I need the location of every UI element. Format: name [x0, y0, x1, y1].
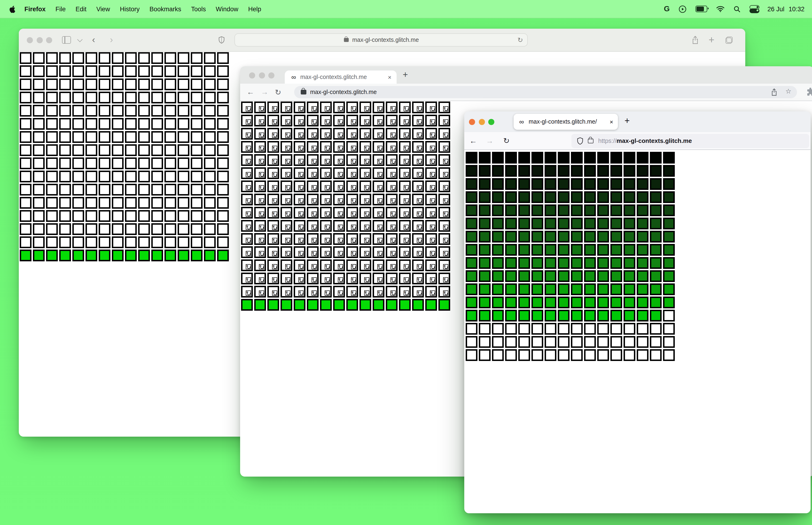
menu-item-view[interactable]: View	[96, 5, 110, 13]
grid-cell	[86, 223, 97, 235]
menu-item-history[interactable]: History	[120, 5, 140, 13]
apple-menu-icon[interactable]	[10, 5, 16, 13]
minimize-button[interactable]	[259, 72, 265, 78]
back-icon[interactable]: ←	[247, 84, 254, 101]
share-icon[interactable]	[771, 88, 777, 96]
google-status-icon[interactable]: G	[664, 5, 670, 13]
menu-item-edit[interactable]: Edit	[76, 5, 87, 13]
close-button[interactable]	[469, 119, 475, 125]
extensions-puzzle-icon[interactable]	[806, 87, 812, 97]
grid-cell	[637, 283, 648, 295]
new-tab-icon[interactable]: +	[709, 29, 715, 51]
tab-close-icon[interactable]: ×	[610, 118, 613, 125]
grid-cell	[20, 131, 31, 143]
new-tab-button[interactable]: +	[403, 70, 408, 80]
chrome-address-bar[interactable]: max-gl-contexts.glitch.me ☆	[294, 86, 797, 98]
grid-cell: ×	[307, 273, 319, 284]
back-icon[interactable]: ←	[470, 132, 477, 149]
safari-address-bar[interactable]: max-gl-contexts.glitch.me ↻	[234, 33, 528, 46]
shield-icon[interactable]	[577, 137, 583, 145]
broken-image-icon: ×	[311, 198, 317, 204]
broken-image-icon: ×	[377, 251, 383, 256]
reload-icon[interactable]: ↻	[518, 36, 523, 44]
grid-cell	[492, 270, 504, 282]
bookmark-star-icon[interactable]: ☆	[785, 87, 791, 95]
forward-icon[interactable]: →	[486, 132, 493, 149]
share-icon[interactable]	[692, 29, 699, 51]
firefox-toolbar: ← → ↻ https://max-gl-contexts.glitch.me	[464, 132, 811, 150]
grid-cell: ×	[373, 246, 384, 258]
sidebar-icon[interactable]	[62, 29, 71, 51]
grid-cell	[650, 283, 662, 295]
grid-cell: ×	[241, 273, 253, 284]
menu-item-tools[interactable]: Tools	[191, 5, 206, 13]
forward-icon[interactable]: ›	[110, 29, 113, 51]
grid-cell: ×	[333, 233, 345, 245]
tab-overview-icon[interactable]	[725, 29, 733, 51]
zoom-button[interactable]	[46, 37, 52, 43]
broken-image-icon: ×	[259, 290, 264, 296]
grid-cell	[571, 297, 583, 308]
forward-icon[interactable]: →	[261, 84, 268, 101]
grid-cell	[204, 144, 216, 156]
grid-cell	[33, 197, 45, 209]
grid-cell	[558, 323, 569, 335]
menu-item-help[interactable]: Help	[248, 5, 261, 13]
menu-app-name[interactable]: Firefox	[25, 5, 46, 13]
lock-icon[interactable]	[588, 138, 594, 143]
broken-image-icon: ×	[417, 185, 422, 190]
control-center-icon[interactable]	[750, 5, 759, 13]
chrome-active-tab[interactable]: ∞ max-gl-contexts.glitch.me ×	[285, 71, 397, 84]
play-circle-icon[interactable]	[678, 5, 687, 13]
firefox-address-bar[interactable]: https://max-gl-contexts.glitch.me	[571, 134, 809, 148]
grid-cell	[624, 231, 635, 242]
broken-image-icon: ×	[338, 198, 343, 204]
spotlight-search-icon[interactable]	[734, 5, 740, 13]
grid-cell: ×	[412, 259, 424, 271]
back-icon[interactable]: ‹	[92, 29, 95, 51]
new-tab-button[interactable]: +	[625, 116, 630, 126]
grid-cell	[479, 336, 491, 348]
grid-cell	[637, 217, 648, 229]
grid-cell: ×	[373, 207, 384, 219]
shield-icon[interactable]	[218, 29, 225, 51]
grid-cell	[637, 349, 648, 361]
zoom-button[interactable]	[268, 72, 274, 78]
reload-icon[interactable]: ↻	[503, 132, 510, 149]
grid-cell	[86, 52, 97, 64]
firefox-active-tab[interactable]: ∞ max-gl-contexts.glitch.me/ ×	[514, 114, 618, 130]
reload-icon[interactable]: ↻	[275, 84, 281, 101]
broken-image-icon: ×	[298, 159, 304, 164]
minimize-button[interactable]	[36, 37, 43, 43]
grid-cell	[479, 270, 491, 282]
menu-item-file[interactable]: File	[56, 5, 66, 13]
broken-image-icon: ×	[298, 146, 304, 151]
broken-image-icon: ×	[364, 224, 369, 230]
chevron-down-icon[interactable]	[78, 29, 82, 51]
grid-cell	[112, 52, 124, 64]
grid-cell: ×	[280, 220, 292, 232]
grid-cell	[650, 205, 662, 216]
broken-image-icon: ×	[311, 238, 317, 243]
grid-cell	[86, 144, 97, 156]
minimize-button[interactable]	[479, 119, 485, 125]
grid-cell: ×	[320, 207, 332, 219]
close-button[interactable]	[27, 37, 33, 43]
grid-cell: ×	[386, 273, 398, 284]
close-button[interactable]	[249, 72, 255, 78]
broken-image-icon: ×	[246, 198, 251, 204]
grid-cell	[72, 92, 84, 103]
grid-cell	[99, 170, 110, 182]
grid-cell	[650, 297, 662, 308]
wifi-icon[interactable]	[716, 6, 724, 12]
zoom-button[interactable]	[488, 119, 494, 125]
grid-cell	[59, 92, 71, 103]
grid-cell: ×	[294, 220, 305, 232]
grid-cell	[597, 310, 609, 321]
menu-item-window[interactable]: Window	[216, 5, 238, 13]
menu-item-bookmarks[interactable]: Bookmarks	[150, 5, 181, 13]
grid-cell	[545, 152, 556, 164]
grid-cell: ×	[241, 207, 253, 219]
tab-close-icon[interactable]: ×	[388, 74, 392, 80]
battery-icon[interactable]	[695, 6, 707, 12]
